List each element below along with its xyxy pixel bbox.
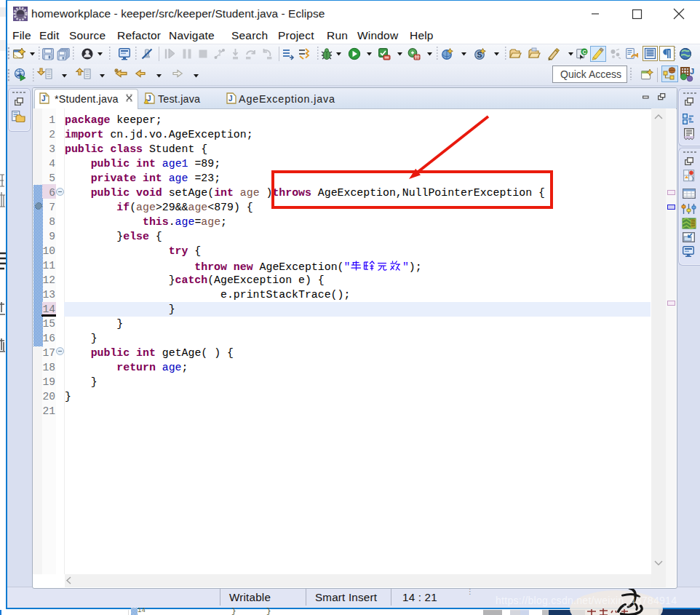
svg-text:J: J bbox=[41, 95, 46, 103]
svg-text:J: J bbox=[228, 95, 233, 103]
svg-text:J: J bbox=[690, 67, 694, 76]
svg-text:C: C bbox=[583, 49, 587, 55]
